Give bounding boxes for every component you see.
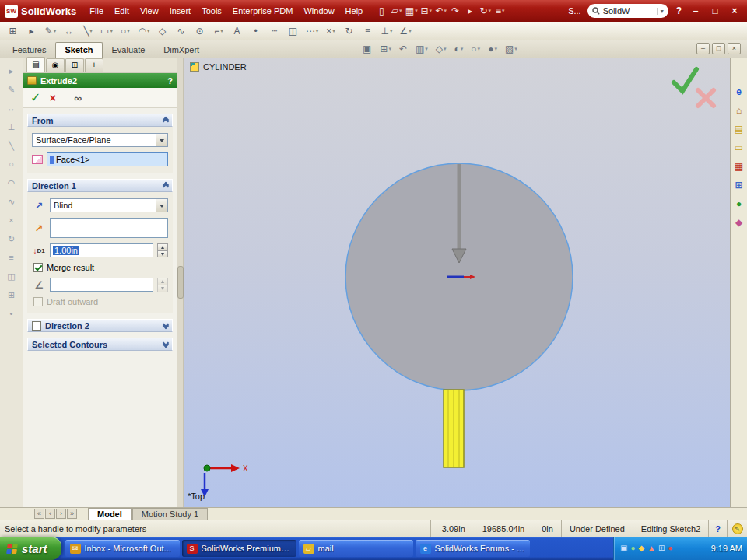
confirm-ok-button[interactable] — [674, 69, 696, 91]
tab-model[interactable]: Model — [88, 508, 132, 520]
menu-help[interactable]: Help — [340, 0, 369, 22]
relation-tool-icon[interactable]: ⊥ — [4, 121, 19, 132]
redo-icon[interactable]: ↷ — [448, 5, 463, 16]
offset-entities-icon[interactable]: ≡ — [359, 23, 377, 39]
quick-snaps-icon[interactable]: ∠▾ — [397, 23, 414, 39]
display-relations-icon[interactable]: ⊥▾ — [378, 23, 395, 39]
splitter-handle[interactable] — [177, 266, 184, 299]
search-dropdown-icon[interactable]: ▾ — [657, 8, 664, 15]
menu-enterprise-pdm[interactable]: Enterprise PDM — [227, 0, 299, 22]
convert-tool-icon[interactable]: ↻ — [4, 233, 19, 244]
grid-icon[interactable]: ⊞ — [5, 23, 22, 39]
tab-scroll-last[interactable]: » — [67, 509, 77, 519]
open-icon[interactable]: ▱▾ — [389, 5, 404, 16]
pm-cancel-button[interactable]: × — [49, 91, 56, 104]
text-icon[interactable]: A — [229, 23, 246, 39]
task-outlook[interactable]: ✉ Inbox - Microsoft Out... — [65, 540, 180, 557]
select-arrow-icon[interactable]: ▸ — [23, 23, 40, 39]
convert-entities-icon[interactable]: ↻ — [341, 23, 358, 39]
restore-button[interactable]: □ — [708, 5, 722, 16]
search-input[interactable]: SolidW ▾ — [587, 4, 668, 18]
tab-dimxpert[interactable]: DimXpert — [154, 42, 209, 58]
status-help-button[interactable]: ? — [708, 520, 727, 537]
arc-tool-icon[interactable]: ◠ — [4, 177, 19, 188]
pdm-vault-icon[interactable]: ● — [732, 198, 746, 210]
tray-icon-antivirus[interactable]: ● — [630, 543, 635, 554]
confirm-cancel-button[interactable] — [698, 90, 714, 106]
trim-entities-icon[interactable]: ×▾ — [322, 23, 339, 39]
search-results-icon[interactable]: ▭ — [732, 142, 746, 154]
panel-splitter[interactable] — [177, 58, 184, 507]
polygon-icon[interactable]: ◇ — [154, 23, 171, 39]
ellipse-icon[interactable]: ⊙ — [191, 23, 209, 39]
linear-pattern-icon[interactable]: ⋯▾ — [303, 23, 321, 39]
pm-tab-configurations[interactable]: ◉ — [46, 58, 65, 72]
tab-scroll-first[interactable]: « — [34, 509, 44, 519]
display-style-icon[interactable]: ◐▾ — [454, 44, 464, 54]
arc-icon[interactable]: ◠▾ — [135, 23, 153, 39]
scene-icon[interactable]: ▨▾ — [505, 44, 517, 54]
start-button[interactable]: start — [0, 537, 61, 560]
direction1-group-header[interactable]: Direction 1 — [27, 179, 173, 192]
sketch-icon[interactable]: ✎▾ — [42, 23, 59, 39]
appearances-icon[interactable]: ◆ — [732, 216, 746, 229]
tray-icon-network[interactable]: ⊞ — [658, 543, 665, 554]
line-tool-icon[interactable]: ╲ — [4, 140, 19, 151]
tab-sketch[interactable]: Sketch — [55, 42, 102, 58]
spin-down-icon[interactable] — [158, 250, 167, 257]
line-icon[interactable]: ╲▾ — [79, 23, 96, 39]
rebuild-icon[interactable]: ↻▾ — [478, 5, 493, 16]
selected-contours-header[interactable]: Selected Contours — [27, 338, 173, 351]
hide-show-icon[interactable]: ○▾ — [471, 44, 480, 54]
mirror-entities-icon[interactable]: ◫ — [285, 23, 302, 39]
tray-icon-updates[interactable]: ◆ — [639, 543, 645, 554]
design-library-icon[interactable]: ⌂ — [732, 104, 746, 117]
save-icon[interactable]: ▦▾ — [404, 5, 419, 16]
menu-edit[interactable]: Edit — [109, 0, 135, 22]
from-type-dropdown[interactable]: Surface/Face/Plane — [32, 133, 168, 147]
direction2-checkbox[interactable] — [32, 321, 41, 331]
tab-scroll-next[interactable]: › — [56, 509, 66, 519]
view-orientation-icon[interactable]: ◇▾ — [436, 44, 447, 54]
mirror-tool-icon[interactable]: ◫ — [4, 271, 19, 282]
sketch-entity-icon[interactable]: ✎ — [4, 84, 19, 95]
smart-dimension-icon[interactable]: ↔ — [61, 23, 78, 39]
merge-result-checkbox[interactable] — [33, 263, 43, 272]
tab-features[interactable]: Features — [3, 42, 55, 58]
depth-spinner[interactable] — [157, 243, 168, 257]
tray-icon-volume[interactable]: ● — [668, 543, 673, 554]
menu-window[interactable]: Window — [298, 0, 339, 22]
menu-insert[interactable]: Insert — [164, 0, 197, 22]
menu-tools[interactable]: Tools — [196, 0, 227, 22]
select-icon[interactable]: ▸ — [463, 5, 478, 16]
print-icon[interactable]: ⊟▾ — [419, 5, 433, 16]
centerline-icon[interactable]: ┄ — [266, 23, 283, 39]
file-explorer-icon[interactable]: ▤ — [732, 123, 746, 135]
dimension-tool-icon[interactable]: ↔ — [4, 103, 19, 114]
edit-appearance-icon[interactable]: ●▾ — [488, 44, 497, 54]
fillet-icon[interactable]: ⌐▾ — [210, 23, 227, 39]
direction-reference-box[interactable] — [50, 218, 168, 238]
quick-tips-button[interactable]: ✎ — [727, 520, 747, 537]
circle-tool-icon[interactable]: ○ — [4, 159, 19, 170]
graphics-area[interactable]: CYLINDER — [184, 58, 730, 507]
offset-tool-icon[interactable]: ≡ — [4, 252, 19, 263]
detailed-preview-icon[interactable]: ∞ — [74, 92, 82, 104]
doc-minimize-button[interactable]: – — [696, 43, 710, 54]
help-button[interactable]: ? — [676, 5, 682, 16]
pm-tab-display[interactable]: + — [85, 58, 103, 72]
previous-view-icon[interactable]: ↶ — [399, 44, 408, 54]
pm-tab-properties[interactable]: ▤ — [26, 57, 45, 72]
pattern-tool-icon[interactable]: ⊞ — [4, 289, 19, 300]
circle-icon[interactable]: ○▾ — [117, 23, 134, 39]
zoom-fit-icon[interactable]: ▣ — [363, 44, 372, 54]
spline-icon[interactable]: ∿ — [173, 23, 190, 39]
zoom-area-icon[interactable]: ⊞▾ — [380, 44, 391, 54]
depth-field[interactable]: 1.00in — [50, 243, 153, 257]
tab-evaluate[interactable]: Evaluate — [103, 42, 155, 58]
section-view-icon[interactable]: ▥▾ — [416, 44, 428, 54]
menu-file[interactable]: File — [84, 0, 109, 22]
doc-close-button[interactable]: × — [728, 43, 741, 54]
toolbar-overflow-label[interactable]: S... — [568, 6, 581, 16]
spline-tool-icon[interactable]: ∿ — [4, 196, 19, 207]
